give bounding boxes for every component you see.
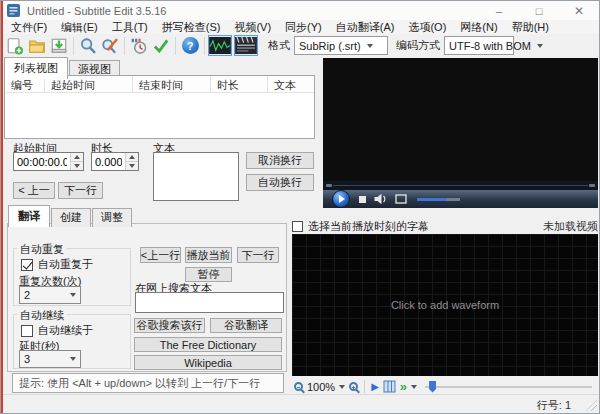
next-line-button[interactable]: 下一行 — [58, 182, 103, 199]
left-edge-strip — [1, 1, 3, 414]
tab-adjust[interactable]: 调整 — [92, 208, 132, 227]
menu-autotranslate[interactable]: 自动翻译(A) — [329, 20, 402, 34]
waveform-placeholder: Click to add waveform — [391, 299, 499, 311]
chevron-down-icon — [537, 44, 543, 48]
next-line-button-2[interactable]: 下一行 — [237, 247, 279, 263]
web-search-input[interactable] — [136, 293, 283, 312]
toolbar-separator — [124, 37, 125, 55]
play-icon — [339, 195, 345, 203]
minimize-button[interactable]: – — [479, 1, 519, 20]
fullscreen-icon[interactable] — [395, 194, 407, 204]
settings-icon[interactable] — [128, 35, 150, 56]
auto-repeat-checkbox[interactable]: 自动重复于 — [21, 257, 93, 272]
subtitle-list[interactable]: 编号 起始时间 结束时间 时长 文本 — [4, 75, 315, 139]
open-file-icon[interactable] — [26, 35, 48, 56]
menu-help[interactable]: 帮助(H) — [505, 20, 556, 34]
chevron-down-icon — [70, 357, 76, 361]
zoom-out-icon[interactable] — [294, 382, 303, 391]
format-select[interactable]: SubRip (.srt) — [294, 36, 388, 55]
spellcheck-icon[interactable] — [150, 35, 172, 56]
shift-arrows-icon[interactable]: » — [400, 380, 407, 393]
format-value: SubRip (.srt) — [299, 40, 361, 52]
volume-slider-rest — [447, 198, 460, 201]
replace-icon[interactable] — [99, 35, 121, 56]
prev-line-button[interactable]: <上一行 — [140, 247, 181, 263]
volume-slider[interactable] — [417, 198, 447, 201]
menu-video[interactable]: 视频(V) — [227, 20, 278, 34]
waveform-toggle-button[interactable] — [208, 35, 232, 56]
free-dictionary-button[interactable]: The Free Dictionary — [134, 337, 282, 352]
hint-box: 提示: 使用 <Alt + up/down> 以转到 上一行/下一行 — [12, 373, 284, 393]
start-time-spinner[interactable] — [70, 153, 83, 170]
waveform-area[interactable]: Click to add waveform — [292, 234, 598, 376]
duration-spinner[interactable] — [125, 153, 138, 170]
menu-bar: 文件(F) 编辑(E) 工具(T) 拼写检查(S) 视频(V) 同步(Y) 自动… — [1, 20, 599, 34]
column-end-time[interactable]: 结束时间 — [133, 76, 211, 92]
zoom-in-icon[interactable] — [349, 382, 358, 391]
help-icon[interactable]: ? — [179, 35, 201, 56]
chevron-down-icon[interactable] — [411, 385, 417, 389]
window-title: Untitled - Subtitle Edit 3.5.16 — [27, 5, 166, 17]
auto-continue-checkbox-label: 自动继续于 — [38, 323, 93, 338]
maximize-button[interactable]: □ — [519, 1, 559, 20]
video-player[interactable] — [323, 58, 598, 208]
duration-field[interactable] — [91, 152, 139, 171]
hint-text: 提示: 使用 <Alt + up/down> 以转到 上一行/下一行 — [19, 376, 260, 391]
previous-button[interactable]: < 上一 — [13, 182, 55, 199]
start-time-input[interactable] — [14, 153, 70, 170]
wikipedia-button[interactable]: Wikipedia — [134, 355, 282, 370]
seek-handle-right[interactable] — [589, 184, 595, 187]
google-translate-button[interactable]: 谷歌翻译 — [210, 318, 282, 333]
subtitle-text-area[interactable] — [153, 152, 239, 201]
menu-options[interactable]: 选项(O) — [401, 20, 453, 34]
seek-bar[interactable] — [323, 181, 598, 190]
repeat-count-value: 2 — [24, 289, 30, 301]
slider-handle[interactable] — [429, 381, 436, 393]
web-search-field[interactable] — [135, 292, 284, 313]
start-time-field[interactable] — [13, 152, 84, 171]
tab-create[interactable]: 创建 — [51, 208, 91, 227]
title-bar: Untitled - Subtitle Edit 3.5.16 – □ ✕ — [1, 1, 599, 20]
column-text[interactable]: 文本 — [268, 76, 314, 92]
pause-button[interactable]: 暂停 — [185, 267, 232, 282]
status-bar: 行号: 1 — [1, 394, 599, 413]
encoding-select[interactable]: UTF-8 with BOM — [444, 36, 514, 55]
waveform-position-slider[interactable] — [425, 380, 596, 394]
toolbar-separator — [73, 37, 74, 55]
auto-repeat-checkbox-label: 自动重复于 — [38, 257, 93, 272]
menu-edit[interactable]: 编辑(E) — [54, 20, 105, 34]
repeat-count-select[interactable]: 2 — [19, 286, 81, 304]
play-current-button[interactable]: 播放当前 — [185, 247, 232, 263]
google-search-button[interactable]: 谷歌搜索该行 — [134, 318, 205, 333]
menu-sync[interactable]: 同步(Y) — [278, 20, 329, 34]
auto-break-button[interactable]: 自动换行 — [246, 174, 314, 191]
menu-file[interactable]: 文件(F) — [4, 20, 54, 34]
volume-icon[interactable] — [374, 193, 387, 205]
stop-button[interactable] — [359, 196, 366, 203]
column-duration[interactable]: 时长 — [211, 76, 268, 92]
tab-translate[interactable]: 翻译 — [8, 205, 50, 227]
auto-continue-checkbox[interactable]: 自动继续于 — [21, 323, 93, 338]
delay-select[interactable]: 3 — [19, 350, 81, 368]
columns-icon[interactable] — [383, 380, 396, 393]
chevron-down-icon[interactable] — [339, 385, 345, 389]
menu-tools[interactable]: 工具(T) — [105, 20, 155, 34]
select-current-checkbox[interactable] — [292, 221, 303, 232]
new-file-icon[interactable] — [4, 35, 26, 56]
spin-up-icon — [129, 155, 135, 159]
play-button[interactable] — [332, 190, 350, 208]
menu-network[interactable]: 网络(N) — [453, 20, 504, 34]
close-button[interactable]: ✕ — [559, 1, 599, 20]
tab-list-view[interactable]: 列表视图 — [4, 57, 68, 79]
spin-up-icon — [74, 155, 80, 159]
resize-grip-icon[interactable] — [586, 400, 597, 411]
find-icon[interactable] — [77, 35, 99, 56]
save-icon[interactable] — [48, 35, 70, 56]
unbreak-button[interactable]: 取消换行 — [246, 152, 314, 169]
chevron-down-icon — [367, 44, 373, 48]
menu-spellcheck[interactable]: 拼写检查(S) — [155, 20, 228, 34]
duration-input[interactable] — [92, 153, 125, 170]
video-toggle-button[interactable] — [234, 35, 258, 56]
seek-handle-left[interactable] — [326, 184, 332, 187]
waveform-play-icon[interactable]: ▶ — [371, 382, 379, 392]
